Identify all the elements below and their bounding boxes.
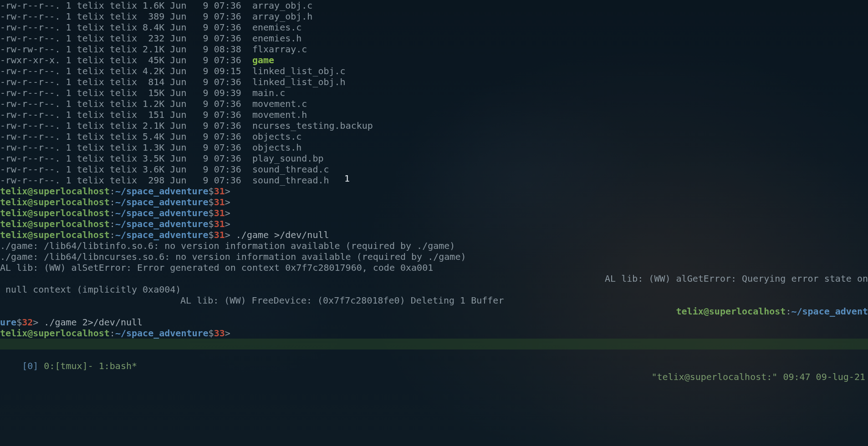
- ls-row: -rw-r--r--. 1 telix telix 151 Jun 9 07:3…: [0, 109, 868, 120]
- stray-digit-one: 1: [344, 173, 350, 184]
- ls-row: -rw-r--r--. 1 telix telix 5.4K Jun 9 07:…: [0, 131, 868, 142]
- prompt-line-empty-2[interactable]: telix@superlocalhost:~/space_adventure$3…: [0, 208, 868, 218]
- tmux-window-0[interactable]: 0:[tmux]-: [38, 360, 98, 371]
- ls-row: -rw-r--r--. 1 telix telix 15K Jun 9 09:3…: [0, 87, 868, 98]
- command-text: ./game 2>/dev/null: [44, 317, 143, 328]
- output-line-freedevice: AL lib: (WW) FreeDevice: (0x7f7c28018fe0…: [0, 295, 868, 306]
- output-line: AL lib: (WW) alSetError: Error generated…: [0, 262, 868, 273]
- output-line: ./game: /lib64/libncurses.so.6: no versi…: [0, 251, 868, 262]
- output-line-wrap: AL lib: (WW) alGetError: Querying error …: [0, 273, 868, 284]
- tmux-status-right: "telix@superlocalhost:" 09:47 09-lug-21: [651, 371, 865, 382]
- output-line: ./game: /lib64/libtinfo.so.6: no version…: [0, 240, 868, 251]
- ls-row: -rw-r--r--. 1 telix telix 4.2K Jun 9 09:…: [0, 66, 868, 76]
- tmux-session-index: [0]: [22, 360, 38, 371]
- ls-row: -rw-r--r--. 1 telix telix 2.1K Jun 9 07:…: [0, 120, 868, 131]
- tmux-window-1[interactable]: 1:bash*: [99, 360, 137, 371]
- ls-row: -rw-r--r--. 1 telix telix 232 Jun 9 07:3…: [0, 33, 868, 44]
- ls-row: -rw-r--r--. 1 telix telix 8.4K Jun 9 07:…: [0, 22, 868, 33]
- ls-row: -rw-r--r--. 1 telix telix 1.2K Jun 9 07:…: [0, 98, 868, 109]
- tmux-status-bar[interactable]: [0] 0:[tmux]- 1:bash* "telix@superlocalh…: [0, 339, 868, 350]
- prompt-line-cmd2[interactable]: ure$32> ./game 2>/dev/null: [0, 317, 868, 328]
- ls-row: -rw-r--r--. 1 telix telix 814 Jun 9 07:3…: [0, 76, 868, 87]
- prompt-line-empty-1[interactable]: telix@superlocalhost:~/space_adventure$3…: [0, 197, 868, 208]
- prompt-wrap-right: telix@superlocalhost:~/space_advent: [0, 306, 868, 317]
- ls-row: -rw-r--r--. 1 telix telix 389 Jun 9 07:3…: [0, 11, 868, 22]
- prompt-line-cmd3[interactable]: telix@superlocalhost:~/space_adventure$3…: [0, 328, 868, 339]
- prompt-line-empty-0[interactable]: telix@superlocalhost:~/space_adventure$3…: [0, 186, 868, 197]
- ls-row: -rw-r--r--. 1 telix telix 3.6K Jun 9 07:…: [0, 164, 868, 175]
- prompt-line-empty-3[interactable]: telix@superlocalhost:~/space_adventure$3…: [0, 218, 868, 229]
- ls-row: -rw-rw-r--. 1 telix telix 2.1K Jun 9 08:…: [0, 44, 868, 55]
- prompt-line-cmd1[interactable]: telix@superlocalhost:~/space_adventure$3…: [0, 229, 868, 240]
- ls-row: -rw-r--r--. 1 telix telix 1.3K Jun 9 07:…: [0, 142, 868, 153]
- output-line-wrap-cont: null context (implicitly 0xa004): [0, 284, 868, 295]
- command-text: ./game >/dev/null: [236, 229, 329, 240]
- ls-row: -rw-r--r--. 1 telix telix 298 Jun 9 07:3…: [0, 175, 868, 186]
- ls-row: -rwxr-xr-x. 1 telix telix 45K Jun 9 07:3…: [0, 55, 868, 66]
- ls-row: -rw-r--r--. 1 telix telix 3.5K Jun 9 07:…: [0, 153, 868, 164]
- ls-row: -rw-r--r--. 1 telix telix 1.6K Jun 9 07:…: [0, 0, 868, 11]
